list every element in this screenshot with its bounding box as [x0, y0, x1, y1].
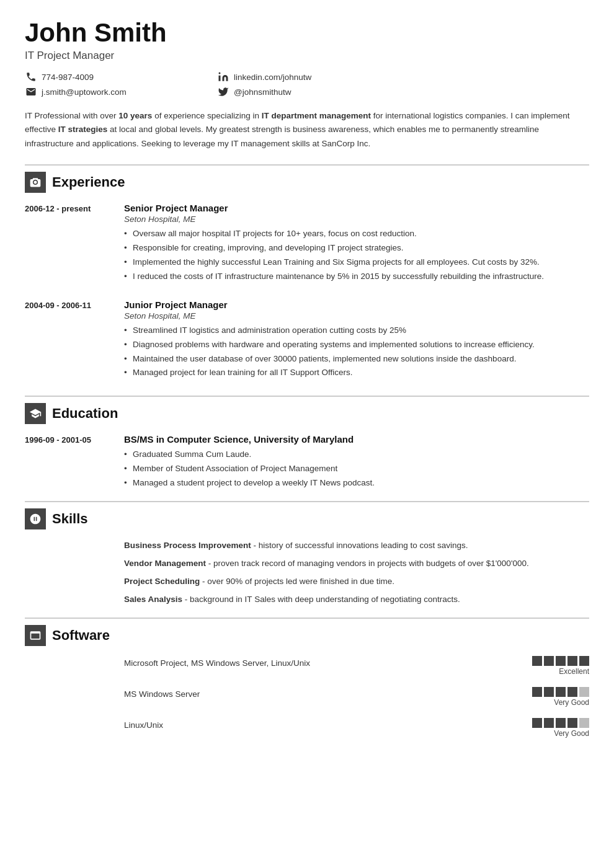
- twitter-icon: [217, 86, 229, 98]
- summary-text: IT Professional with over 10 years of ex…: [25, 109, 589, 151]
- dot: [532, 687, 542, 697]
- bullet: I reduced the costs of IT infrastructure…: [124, 270, 589, 283]
- exp-bullets-2: Streamlined IT logistics and administrat…: [124, 324, 589, 380]
- dot: [544, 656, 554, 666]
- exp-bullets-1: Oversaw all major hospital IT projects f…: [124, 228, 589, 283]
- twitter-text: @johnsmithutw: [234, 87, 291, 97]
- rating-dots-3: [532, 718, 589, 728]
- contact-linkedin: linkedin.com/johnutw: [217, 71, 397, 83]
- dot: [544, 718, 554, 728]
- bullet: Streamlined IT logistics and administrat…: [124, 324, 589, 337]
- edu-bullets-1: Graduated Summa Cum Laude. Member of Stu…: [124, 448, 589, 490]
- exp-dates-2: 2004-09 - 2006-11: [25, 299, 124, 381]
- education-section: Education 1996-09 - 2001-05 BS/MS in Com…: [25, 396, 589, 491]
- experience-title: Experience: [52, 174, 125, 190]
- candidate-title: IT Project Manager: [25, 50, 589, 62]
- education-title: Education: [52, 405, 118, 422]
- experience-section: Experience 2006-12 - present Senior Proj…: [25, 164, 589, 381]
- phone-text: 774-987-4009: [42, 73, 94, 82]
- bullet: Member of Student Association of Project…: [124, 463, 589, 476]
- bullet: Responsible for creating, improving, and…: [124, 242, 589, 255]
- candidate-name: John Smith: [25, 19, 589, 47]
- skills-section: Skills Business Process Improvement - hi…: [25, 501, 589, 611]
- experience-icon: [25, 172, 46, 193]
- edu-dates-1: 1996-09 - 2001-05: [25, 434, 124, 491]
- dot: [556, 718, 566, 728]
- education-icon: [25, 403, 46, 424]
- bullet: Oversaw all major hospital IT projects f…: [124, 228, 589, 241]
- rating-label-3: Very Good: [554, 729, 589, 738]
- experience-header: Experience: [25, 164, 589, 193]
- software-icon: [25, 625, 46, 646]
- software-name-2: MS Windows Server: [124, 687, 515, 699]
- phone-icon: [25, 71, 37, 83]
- bullet: Diagnosed problems with hardware and ope…: [124, 339, 589, 352]
- software-item-1: Microsoft Project, MS Windows Server, Li…: [25, 656, 589, 676]
- education-item-1: 1996-09 - 2001-05 BS/MS in Computer Scie…: [25, 434, 589, 491]
- exp-job-title-1: Senior Project Manager: [124, 203, 589, 213]
- contact-phone: 774-987-4009: [25, 71, 205, 83]
- rating-label-1: Excellent: [559, 667, 589, 676]
- dot: [532, 656, 542, 666]
- dot: [567, 718, 577, 728]
- skills-header: Skills: [25, 501, 589, 529]
- skills-icon: [25, 508, 46, 529]
- software-title: Software: [52, 627, 110, 644]
- bullet: Maintained the user database of over 300…: [124, 353, 589, 366]
- rating-label-2: Very Good: [554, 698, 589, 707]
- exp-company-1: Seton Hospital, ME: [124, 215, 589, 224]
- dot: [556, 656, 566, 666]
- experience-item-1: 2006-12 - present Senior Project Manager…: [25, 203, 589, 285]
- exp-content-2: Junior Project Manager Seton Hospital, M…: [124, 299, 589, 381]
- skills-list: Business Process Improvement - history o…: [124, 539, 589, 611]
- exp-job-title-2: Junior Project Manager: [124, 299, 589, 310]
- dot: [544, 687, 554, 697]
- dot: [556, 687, 566, 697]
- linkedin-text: linkedin.com/johnutw: [234, 73, 311, 82]
- software-name-1: Microsoft Project, MS Windows Server, Li…: [124, 656, 515, 668]
- rating-dots-1: [532, 656, 589, 666]
- bullet: Managed project for lean training for al…: [124, 366, 589, 379]
- edu-content-1: BS/MS in Computer Science, University of…: [124, 434, 589, 491]
- exp-company-2: Seton Hospital, ME: [124, 311, 589, 321]
- resume-header: John Smith IT Project Manager 774-987-40…: [25, 19, 589, 98]
- software-rating-2: Very Good: [515, 687, 589, 707]
- software-item-3: Linux/Unix Very Good: [25, 718, 589, 738]
- bullet: Graduated Summa Cum Laude.: [124, 448, 589, 461]
- contact-twitter: @johnsmithutw: [217, 86, 397, 98]
- skills-title: Skills: [52, 511, 87, 527]
- dot: [532, 718, 542, 728]
- linkedin-icon: [217, 71, 229, 83]
- bullet: Implemented the highly successful Lean T…: [124, 256, 589, 269]
- exp-dates-1: 2006-12 - present: [25, 203, 124, 285]
- exp-content-1: Senior Project Manager Seton Hospital, M…: [124, 203, 589, 285]
- bullet: Managed a student project to develop a w…: [124, 477, 589, 490]
- skill-item-4: Sales Analysis - background in IT Sales …: [124, 593, 589, 606]
- email-icon: [25, 86, 37, 98]
- software-rating-1: Excellent: [515, 656, 589, 676]
- contact-info: 774-987-4009 linkedin.com/johnutw j.smit…: [25, 71, 397, 98]
- dot: [567, 656, 577, 666]
- software-item-2: MS Windows Server Very Good: [25, 687, 589, 707]
- email-text: j.smith@uptowork.com: [42, 87, 127, 97]
- dot: [567, 687, 577, 697]
- experience-item-2: 2004-09 - 2006-11 Junior Project Manager…: [25, 299, 589, 381]
- dot: [579, 656, 589, 666]
- skill-item-2: Vendor Management - proven track record …: [124, 557, 589, 570]
- skill-item-3: Project Scheduling - over 90% of project…: [124, 575, 589, 588]
- education-header: Education: [25, 396, 589, 424]
- software-section: Software Microsoft Project, MS Windows S…: [25, 618, 589, 738]
- dot-empty: [579, 687, 589, 697]
- contact-email: j.smith@uptowork.com: [25, 86, 205, 98]
- software-rating-3: Very Good: [515, 718, 589, 738]
- dot-empty: [579, 718, 589, 728]
- edu-degree-1: BS/MS in Computer Science, University of…: [124, 434, 589, 445]
- software-name-3: Linux/Unix: [124, 718, 515, 730]
- rating-dots-2: [532, 687, 589, 697]
- skill-item-1: Business Process Improvement - history o…: [124, 539, 589, 552]
- skills-content-row: Business Process Improvement - history o…: [25, 539, 589, 611]
- software-header: Software: [25, 618, 589, 646]
